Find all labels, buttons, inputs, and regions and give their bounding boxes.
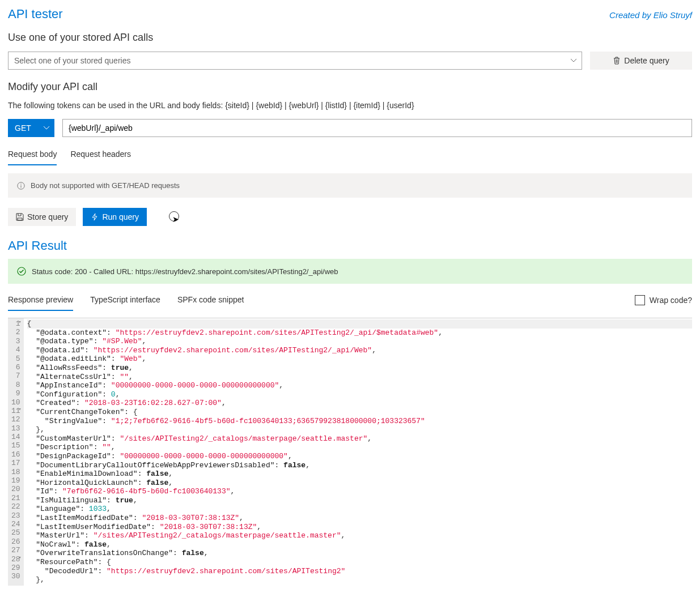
tab-spfx-snippet[interactable]: SPFx code snippet xyxy=(177,289,244,311)
credit-link[interactable]: Created by Elio Struyf xyxy=(609,10,692,20)
wrap-code-checkbox[interactable]: Wrap code? xyxy=(635,295,692,305)
stored-heading: Use one of your stored API calls xyxy=(8,32,692,44)
store-query-label: Store query xyxy=(27,212,68,221)
checkbox-icon xyxy=(635,295,645,305)
chevron-down-icon xyxy=(570,57,577,64)
status-text: Status code: 200 - Called URL: https://e… xyxy=(32,267,338,276)
store-query-button[interactable]: Store query xyxy=(8,208,76,226)
delete-query-button[interactable]: Delete query xyxy=(590,52,692,70)
save-icon xyxy=(16,213,24,221)
chevron-down-icon xyxy=(43,125,50,131)
http-method-dropdown[interactable]: GET xyxy=(8,119,54,137)
api-result-heading: API Result xyxy=(8,238,692,253)
run-query-button[interactable]: Run query xyxy=(83,208,147,226)
tab-request-headers[interactable]: Request headers xyxy=(70,144,131,165)
lightning-icon xyxy=(91,213,99,221)
body-unsupported-info: Body not supported with GET/HEAD request… xyxy=(8,173,692,198)
tokens-note: The following tokens can be used in the … xyxy=(8,101,692,110)
delete-query-label: Delete query xyxy=(624,56,669,65)
code-content[interactable]: { "@odata.context": "https://estruyfdev2… xyxy=(24,318,692,586)
cursor-indicator xyxy=(169,211,179,221)
api-url-input[interactable] xyxy=(62,119,692,137)
wrap-code-label: Wrap code? xyxy=(650,296,692,305)
http-method-value: GET xyxy=(15,123,31,133)
stored-query-placeholder: Select one of your stored queries xyxy=(14,56,130,65)
code-gutter: 1▾234567891011▾1213141516171819202122232… xyxy=(8,318,24,586)
body-unsupported-text: Body not supported with GET/HEAD request… xyxy=(31,181,180,190)
trash-icon xyxy=(613,57,621,65)
response-code-panel: 1▾234567891011▾1213141516171819202122232… xyxy=(8,318,692,586)
cursor-arrow-icon: ➤ xyxy=(172,215,179,224)
checkmark-circle-icon xyxy=(17,267,26,276)
page-title: API tester xyxy=(8,7,63,22)
tab-request-body[interactable]: Request body xyxy=(8,144,57,165)
tab-response-preview[interactable]: Response preview xyxy=(8,289,73,311)
modify-heading: Modify your API call xyxy=(8,81,692,93)
info-icon xyxy=(17,182,25,190)
tab-typescript-interface[interactable]: TypeScript interface xyxy=(90,289,160,311)
svg-point-2 xyxy=(20,184,21,184)
run-query-label: Run query xyxy=(102,212,139,221)
status-success-bar: Status code: 200 - Called URL: https://e… xyxy=(8,259,692,284)
stored-query-dropdown[interactable]: Select one of your stored queries xyxy=(8,52,582,70)
